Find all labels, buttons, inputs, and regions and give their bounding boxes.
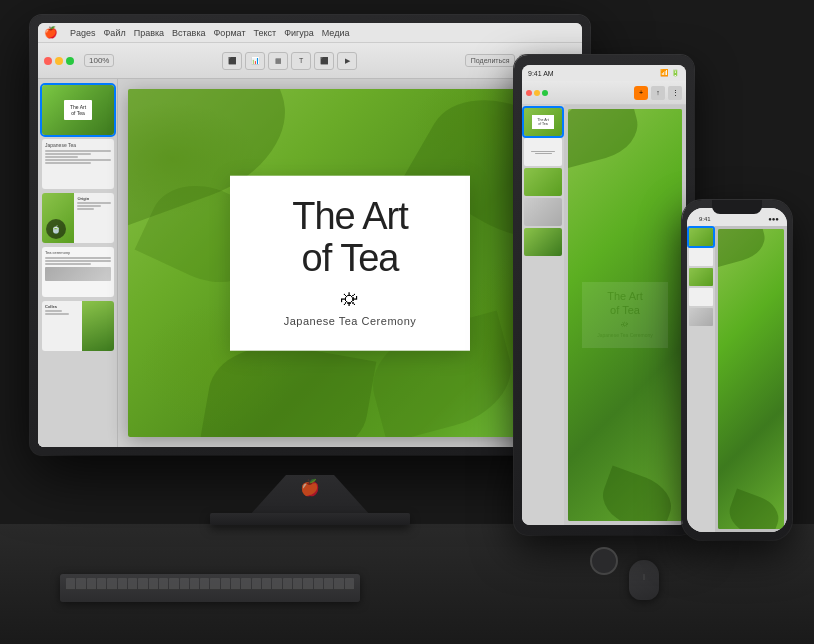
traffic-lights bbox=[44, 57, 74, 65]
ipad-main-slide: The Art of Tea ⛮ Japanese Tea Ceremony bbox=[564, 105, 686, 525]
key-3 bbox=[87, 578, 96, 590]
iphone-main-slide: The Art of Tea ⛮ Japanese Tea bbox=[715, 226, 787, 532]
toolbar-btn-3[interactable]: ▦ bbox=[268, 52, 288, 70]
menubar-text[interactable]: Текст bbox=[254, 28, 277, 38]
iphone-slide-thumb-4[interactable] bbox=[689, 288, 713, 306]
iphone-status-icons: ●●● bbox=[768, 216, 779, 222]
ipad-slide-thumb-3[interactable] bbox=[524, 168, 562, 196]
menubar-insert[interactable]: Вставка bbox=[172, 28, 205, 38]
ipad-bezel: 9:41 AM 📶 🔋 + ↑ ⋮ The A bbox=[514, 55, 694, 535]
toolbar-btn-6[interactable]: ▶ bbox=[337, 52, 357, 70]
menubar-shape[interactable]: Фигура bbox=[284, 28, 314, 38]
imac-base bbox=[210, 513, 410, 525]
slide-teapot-icon: ⛮ bbox=[260, 287, 440, 310]
key-27 bbox=[334, 578, 343, 590]
main-canvas: The Art of Tea ⛮ Japanese Tea Ceremony bbox=[118, 79, 582, 447]
imac-apple-logo: 🍎 bbox=[300, 478, 320, 497]
ipad-battery: 📶 🔋 bbox=[660, 69, 680, 77]
key-16 bbox=[221, 578, 230, 590]
iphone-slide-thumb-5[interactable] bbox=[689, 308, 713, 326]
slide-thumb-4[interactable]: Tea ceremony bbox=[42, 247, 114, 297]
pages-app: 100% ⬛ 📊 ▦ T ⬛ ▶ Поделиться Отображение bbox=[38, 43, 582, 447]
key-17 bbox=[231, 578, 240, 590]
key-12 bbox=[180, 578, 189, 590]
toolbar-btn-2[interactable]: 📊 bbox=[245, 52, 265, 70]
ipad-toolbar-icon-2[interactable]: ↑ bbox=[651, 86, 665, 100]
toolbar-buttons-center: ⬛ 📊 ▦ T ⬛ ▶ bbox=[118, 52, 460, 70]
iphone-time: 9:41 bbox=[699, 216, 711, 222]
menubar-file[interactable]: Файл bbox=[104, 28, 126, 38]
slide-thumb-3[interactable]: 🍵 Ōrigin bbox=[42, 193, 114, 243]
imac-screen-bezel: 🍎 Pages Файл Правка Вставка Формат Текст… bbox=[30, 15, 590, 455]
ipad-toolbar-traffic bbox=[526, 90, 548, 96]
key-15 bbox=[210, 578, 219, 590]
key-5 bbox=[107, 578, 116, 590]
apple-menu-icon[interactable]: 🍎 bbox=[44, 26, 58, 39]
ipad-statusbar: 9:41 AM 📶 🔋 bbox=[522, 65, 686, 81]
menubar-format[interactable]: Формат bbox=[214, 28, 246, 38]
iphone-sidebar bbox=[687, 226, 715, 532]
key-8 bbox=[138, 578, 147, 590]
ipad-toolbar-icon-3[interactable]: ⋮ bbox=[668, 86, 682, 100]
iphone-bezel: 9:41 ●●● bbox=[682, 200, 792, 540]
key-2 bbox=[76, 578, 85, 590]
key-28 bbox=[345, 578, 354, 590]
key-9 bbox=[149, 578, 158, 590]
ipad-body: The Artof Tea bbox=[522, 105, 686, 525]
ipad-toolbar: + ↑ ⋮ bbox=[522, 81, 686, 105]
iphone: 9:41 ●●● bbox=[682, 200, 792, 580]
zoom-level[interactable]: 100% bbox=[84, 54, 114, 67]
iphone-screen: 9:41 ●●● bbox=[687, 208, 787, 532]
pages-body: The Artof Tea Japanese Tea bbox=[38, 79, 582, 447]
minimize-button[interactable] bbox=[55, 57, 63, 65]
key-4 bbox=[97, 578, 106, 590]
iphone-notch bbox=[712, 200, 762, 214]
ipad-sidebar: The Artof Tea bbox=[522, 105, 564, 525]
slide-canvas: The Art of Tea ⛮ Japanese Tea Ceremony bbox=[128, 89, 572, 437]
ipad-home-button[interactable] bbox=[590, 547, 618, 575]
ipad-toolbar-icon-1[interactable]: + bbox=[634, 86, 648, 100]
imac-screen: 🍎 Pages Файл Правка Вставка Формат Текст… bbox=[38, 23, 582, 447]
menubar-pages[interactable]: Pages bbox=[70, 28, 96, 38]
ipad-slide-thumb-4[interactable] bbox=[524, 198, 562, 226]
toolbar-btn-4[interactable]: T bbox=[291, 52, 311, 70]
key-11 bbox=[169, 578, 178, 590]
ipad-slide-thumb-2[interactable] bbox=[524, 138, 562, 166]
menubar-edit[interactable]: Правка bbox=[134, 28, 164, 38]
toolbar-btn-1[interactable]: ⬛ bbox=[222, 52, 242, 70]
key-21 bbox=[272, 578, 281, 590]
iphone-slide-thumb-1[interactable] bbox=[689, 228, 713, 246]
close-button[interactable] bbox=[44, 57, 52, 65]
ipad-slide-thumb-1[interactable]: The Artof Tea bbox=[524, 108, 562, 136]
key-24 bbox=[303, 578, 312, 590]
maximize-button[interactable] bbox=[66, 57, 74, 65]
key-6 bbox=[118, 578, 127, 590]
slide-subtitle: Japanese Tea Ceremony bbox=[260, 314, 440, 326]
iphone-slide: The Art of Tea ⛮ Japanese Tea bbox=[718, 229, 784, 529]
ipad-time: 9:41 AM bbox=[528, 70, 554, 77]
slide-thumb-1[interactable]: The Artof Tea bbox=[42, 85, 114, 135]
iphone-slide-thumb-2[interactable] bbox=[689, 248, 713, 266]
key-18 bbox=[241, 578, 250, 590]
keyboard bbox=[60, 574, 360, 602]
key-26 bbox=[324, 578, 333, 590]
slides-panel[interactable]: The Artof Tea Japanese Tea bbox=[38, 79, 118, 447]
slide-thumb-5[interactable]: Colles bbox=[42, 301, 114, 351]
iphone-slide-thumb-3[interactable] bbox=[689, 268, 713, 286]
imac-pro: 🍎 Pages Файл Правка Вставка Формат Текст… bbox=[30, 15, 590, 585]
slide-thumb-2[interactable]: Japanese Tea bbox=[42, 139, 114, 189]
key-14 bbox=[200, 578, 209, 590]
key-7 bbox=[128, 578, 137, 590]
menubar: 🍎 Pages Файл Правка Вставка Формат Текст… bbox=[38, 23, 582, 43]
slide-title: The Art of Tea bbox=[260, 196, 440, 280]
ipad-slide-thumb-5[interactable] bbox=[524, 228, 562, 256]
key-25 bbox=[314, 578, 323, 590]
ipad: 9:41 AM 📶 🔋 + ↑ ⋮ The A bbox=[514, 55, 694, 595]
key-19 bbox=[252, 578, 261, 590]
pages-toolbar: 100% ⬛ 📊 ▦ T ⬛ ▶ Поделиться Отображение bbox=[38, 43, 582, 79]
menubar-media[interactable]: Медиа bbox=[322, 28, 350, 38]
key-10 bbox=[159, 578, 168, 590]
key-1 bbox=[66, 578, 75, 590]
toolbar-btn-5[interactable]: ⬛ bbox=[314, 52, 334, 70]
share-button[interactable]: Поделиться bbox=[465, 54, 516, 67]
